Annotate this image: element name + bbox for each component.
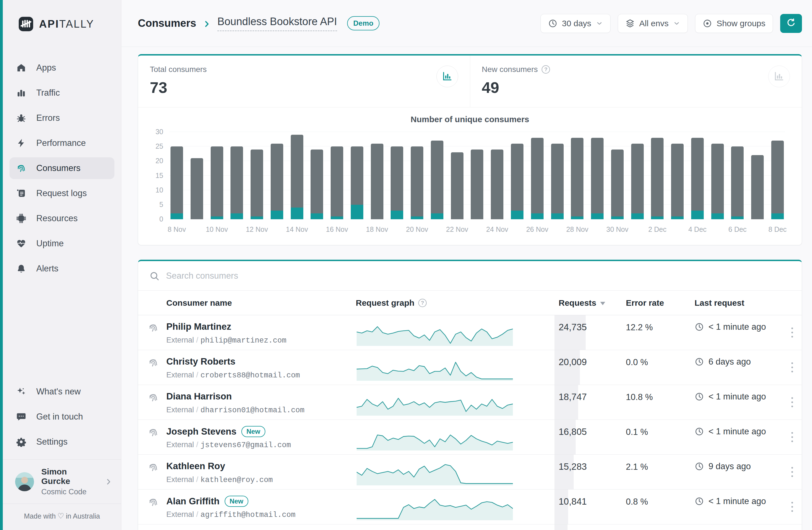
consumer-name: Christy Roberts bbox=[166, 356, 235, 367]
bar-13-nov[interactable] bbox=[271, 144, 283, 219]
column-request-graph[interactable]: Request graph ? bbox=[356, 298, 427, 308]
sidebar-item-label: Errors bbox=[36, 113, 60, 123]
bar-14-nov[interactable] bbox=[291, 135, 303, 219]
bar-9-nov[interactable] bbox=[191, 158, 203, 219]
bar-12-nov[interactable] bbox=[250, 149, 263, 219]
last-request-value: < 1 minute ago bbox=[709, 322, 766, 332]
row-menu-button[interactable] bbox=[786, 463, 798, 481]
row-menu-button[interactable] bbox=[786, 428, 798, 446]
brand[interactable]: APITALLY bbox=[3, 13, 121, 35]
bar-29-nov[interactable] bbox=[591, 138, 604, 219]
bar-4-dec[interactable] bbox=[691, 138, 704, 219]
table-row-philip-martinez[interactable]: Philip MartinezExternal/philip@martinez.… bbox=[138, 315, 802, 350]
requests-data-bar bbox=[554, 385, 578, 419]
bar-25-nov[interactable] bbox=[511, 144, 523, 219]
requests-data-bar bbox=[554, 315, 586, 350]
bar-7-dec[interactable] bbox=[751, 155, 764, 219]
table-header: Consumer name Request graph ? Requests E… bbox=[138, 291, 802, 315]
requests-data-bar bbox=[554, 455, 574, 489]
y-axis-tick: 30 bbox=[156, 128, 163, 136]
bar-1-dec[interactable] bbox=[631, 144, 644, 219]
row-menu-button[interactable] bbox=[786, 324, 798, 341]
sidebar-item-what-s-new[interactable]: What's new bbox=[10, 381, 114, 402]
bar-new-segment bbox=[171, 214, 183, 219]
sidebar-item-uptime[interactable]: Uptime bbox=[10, 233, 114, 254]
sidebar-item-label: Resources bbox=[36, 214, 77, 223]
bar-17-nov[interactable] bbox=[351, 146, 363, 219]
table-row-kathleen-roy[interactable]: Kathleen RoyExternal/kathleen@roy.com15,… bbox=[138, 455, 802, 489]
requests-value: 20,009 bbox=[559, 357, 587, 367]
clock-icon bbox=[695, 357, 704, 367]
search-input[interactable] bbox=[166, 271, 791, 281]
sidebar-item-consumers[interactable]: Consumers bbox=[10, 157, 114, 179]
bar-30-nov[interactable] bbox=[611, 149, 624, 219]
fingerprint-icon bbox=[148, 462, 159, 473]
sidebar-item-resources[interactable]: Resources bbox=[10, 208, 114, 229]
column-error-rate[interactable]: Error rate bbox=[626, 298, 664, 308]
error-rate-value: 12.2 % bbox=[626, 322, 653, 333]
bar-23-nov[interactable] bbox=[471, 149, 483, 219]
bar-21-nov[interactable] bbox=[431, 141, 444, 219]
request-logs-icon bbox=[16, 188, 26, 198]
sidebar-item-traffic[interactable]: Traffic bbox=[10, 82, 114, 104]
table-row-christy-roberts[interactable]: Christy RobertsExternal/croberts88@hotma… bbox=[138, 350, 802, 385]
column-requests[interactable]: Requests bbox=[559, 298, 605, 308]
sidebar-item-settings[interactable]: Settings bbox=[10, 431, 114, 453]
requests-value: 16,805 bbox=[559, 427, 587, 437]
help-icon[interactable]: ? bbox=[418, 299, 427, 307]
bar-2-dec[interactable] bbox=[651, 138, 664, 219]
requests-value: 10,841 bbox=[559, 496, 587, 507]
last-request-cell: < 1 minute ago bbox=[695, 427, 766, 437]
unique-consumers-bar-chart: 051015202530 bbox=[169, 132, 785, 219]
made-with-footer: Made with♡in Australia bbox=[3, 503, 121, 530]
table-row-diana-harrison[interactable]: Diana HarrisonExternal/dharrison01@hotma… bbox=[138, 385, 802, 420]
app-selector[interactable]: Boundless Bookstore API bbox=[217, 16, 337, 31]
show-groups-toggle[interactable]: Show groups bbox=[695, 14, 773, 33]
bar-18-nov[interactable] bbox=[371, 144, 383, 219]
row-menu-button[interactable] bbox=[786, 358, 798, 376]
bar-8-dec[interactable] bbox=[771, 141, 784, 219]
bar-10-nov[interactable] bbox=[211, 146, 223, 219]
table-row-joseph-stevens[interactable]: Joseph StevensNewExternal/jstevens67@gma… bbox=[138, 420, 802, 455]
env-dropdown[interactable]: All envs bbox=[618, 14, 688, 33]
help-icon[interactable]: ? bbox=[541, 65, 550, 74]
sidebar-item-performance[interactable]: Performance bbox=[10, 132, 114, 154]
bar-11-nov[interactable] bbox=[231, 146, 243, 219]
sidebar-item-get-in-touch[interactable]: Get in touch bbox=[10, 406, 114, 428]
bar-3-dec[interactable] bbox=[671, 144, 684, 219]
bar-22-nov[interactable] bbox=[451, 152, 463, 219]
bar-28-nov[interactable] bbox=[571, 138, 583, 219]
last-request-value: 6 days ago bbox=[709, 357, 751, 367]
bar-6-dec[interactable] bbox=[731, 146, 744, 219]
bar-16-nov[interactable] bbox=[331, 146, 343, 219]
refresh-button[interactable] bbox=[780, 14, 802, 33]
bar-19-nov[interactable] bbox=[391, 146, 403, 219]
sidebar-item-request-logs[interactable]: Request logs bbox=[10, 182, 114, 204]
bar-5-dec[interactable] bbox=[711, 144, 724, 219]
bar-20-nov[interactable] bbox=[411, 146, 423, 219]
row-menu-button[interactable] bbox=[786, 498, 798, 516]
sidebar-item-apps[interactable]: Apps bbox=[10, 57, 114, 79]
bar-chart-icon bbox=[442, 71, 453, 82]
request-sparkline bbox=[357, 460, 513, 485]
period-dropdown[interactable]: 30 days bbox=[540, 14, 610, 33]
sidebar-item-errors[interactable]: Errors bbox=[10, 107, 114, 129]
chart-toggle-button[interactable] bbox=[436, 65, 458, 87]
bar-24-nov[interactable] bbox=[491, 149, 503, 219]
requests-value: 15,283 bbox=[559, 461, 587, 472]
breadcrumb-root[interactable]: Consumers bbox=[138, 17, 196, 29]
bar-new-segment bbox=[310, 214, 323, 219]
bar-8-nov[interactable] bbox=[171, 146, 183, 219]
table-row-alan-griffith[interactable]: Alan GriffithNewExternal/agriffith@hotma… bbox=[138, 489, 802, 525]
column-last-request[interactable]: Last request bbox=[695, 298, 744, 308]
table-row-mary-allen[interactable]: Mary AllenExternal/maryallen@hotmail.com… bbox=[138, 525, 802, 530]
user-menu[interactable]: Simon Gurcke Cosmic Code bbox=[3, 459, 121, 503]
bar-26-nov[interactable] bbox=[531, 138, 543, 219]
row-menu-button[interactable] bbox=[786, 393, 798, 411]
column-consumer-name[interactable]: Consumer name bbox=[166, 298, 232, 308]
bar-15-nov[interactable] bbox=[310, 149, 323, 219]
bar-new-segment bbox=[611, 217, 624, 219]
sidebar-item-alerts[interactable]: Alerts bbox=[10, 258, 114, 280]
bar-27-nov[interactable] bbox=[551, 144, 564, 219]
chart-toggle-button[interactable] bbox=[768, 65, 790, 87]
